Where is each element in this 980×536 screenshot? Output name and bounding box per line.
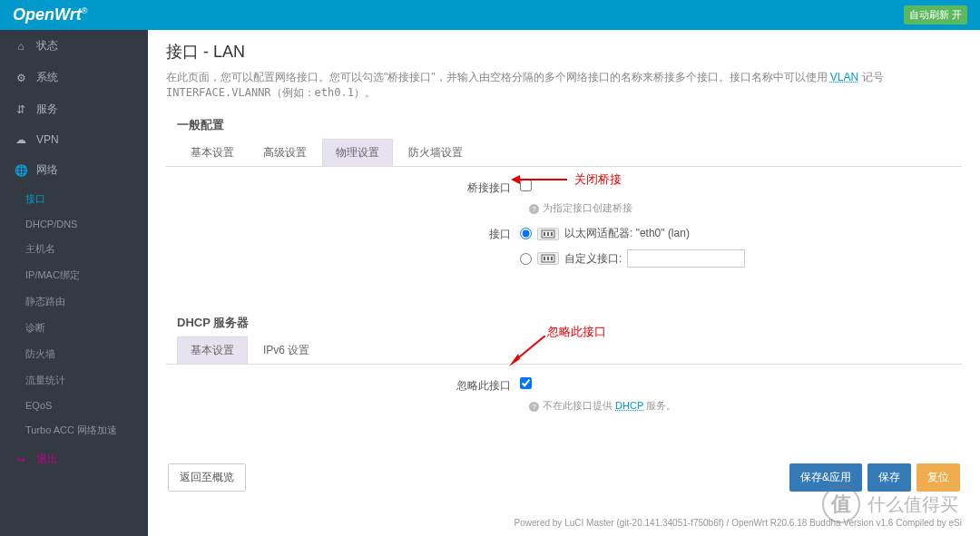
dhcp-title: DHCP 服务器 (177, 315, 962, 331)
custom-interface-input[interactable] (627, 249, 745, 268)
sidebar-item-vpn[interactable]: ☁VPN (0, 125, 148, 154)
page-description: 在此页面，您可以配置网络接口。您可以勾选"桥接接口"，并输入由空格分隔的多个网络… (166, 70, 962, 101)
sidebar-sub-firewall[interactable]: 防火墙 (0, 341, 148, 367)
sidebar-item-status[interactable]: ⌂状态 (0, 30, 148, 62)
sidebar-sub-staticroutes[interactable]: 静态路由 (0, 288, 148, 315)
physical-panel: 桥接接口 ?为指定接口创建桥接 接口 以太网适配器: "eth0" (lan) (166, 167, 962, 289)
interface-radio-custom[interactable] (520, 253, 532, 265)
bridge-label: 桥接接口 (177, 180, 520, 196)
sidebar-sub-traffic[interactable]: 流量统计 (0, 367, 148, 394)
sidebar-sub-diagnostics[interactable]: 诊断 (0, 315, 148, 341)
sidebar-item-services[interactable]: ⇵服务 (0, 93, 148, 125)
sidebar-sub-turboacc[interactable]: Turbo ACC 网络加速 (0, 417, 148, 443)
page-title: 接口 - LAN (166, 41, 962, 63)
svg-rect-7 (551, 257, 553, 260)
tab-dhcp-ipv6[interactable]: IPv6 设置 (250, 336, 323, 364)
interface-badge-custom (537, 252, 559, 265)
tab-dhcp-basic[interactable]: 基本设置 (177, 336, 248, 364)
ignore-label: 忽略此接口 (177, 377, 520, 394)
ethernet-icon (541, 253, 555, 264)
svg-rect-2 (547, 232, 549, 236)
dhcp-link[interactable]: DHCP (615, 400, 643, 411)
globe-icon: 🌐 (15, 164, 27, 177)
main-content: 接口 - LAN 在此页面，您可以配置网络接口。您可以勾选"桥接接口"，并输入由… (148, 30, 980, 536)
tab-physical[interactable]: 物理设置 (322, 139, 393, 166)
sidebar-item-network[interactable]: 🌐网络 (0, 154, 148, 186)
brand-logo: OpenWrt® (13, 5, 87, 24)
interface-badge-eth0 (537, 228, 559, 240)
bridge-help: ?为指定接口创建桥接 (529, 201, 951, 215)
watermark-text: 什么值得买 (867, 492, 958, 517)
autorefresh-toggle[interactable]: 自动刷新 开 (904, 5, 967, 24)
ethernet-icon (541, 229, 555, 239)
ignore-checkbox[interactable] (520, 377, 532, 389)
sidebar-item-system[interactable]: ⚙系统 (0, 62, 148, 93)
logout-icon: ↪ (15, 453, 27, 466)
svg-rect-3 (551, 232, 553, 236)
sidebar-sub-hostnames[interactable]: 主机名 (0, 236, 148, 262)
app-header: OpenWrt® 自动刷新 开 (0, 0, 980, 30)
sidebar-sub-interfaces[interactable]: 接口 (0, 186, 148, 212)
tab-advanced[interactable]: 高级设置 (250, 139, 320, 166)
cloud-icon: ☁ (15, 133, 27, 146)
sidebar-sub-eqos[interactable]: EQoS (0, 394, 148, 417)
back-button[interactable]: 返回至概览 (168, 463, 246, 492)
interface-label: 接口 (177, 226, 520, 242)
tab-firewall[interactable]: 防火墙设置 (395, 139, 476, 166)
gear-icon: ⚙ (15, 72, 27, 84)
ignore-help: ?不在此接口提供 DHCP 服务。 (529, 399, 951, 413)
sidebar-item-logout[interactable]: ↪退出 (0, 443, 148, 475)
watermark: 值 什么值得买 (822, 485, 958, 523)
svg-rect-1 (544, 232, 545, 236)
sidebar: ⌂状态 ⚙系统 ⇵服务 ☁VPN 🌐网络 接口 DHCP/DNS 主机名 IP/… (0, 30, 148, 536)
sidebar-sub-dhcpdns[interactable]: DHCP/DNS (0, 212, 148, 236)
general-config-title: 一般配置 (177, 117, 962, 133)
interface-radio-eth0[interactable] (520, 228, 532, 239)
sidebar-sub-ipmac[interactable]: IP/MAC绑定 (0, 262, 148, 288)
dhcp-tabs: 基本设置 IPv6 设置 (166, 336, 962, 365)
dhcp-panel: 忽略此接口 ?不在此接口提供 DHCP 服务。 (166, 365, 962, 440)
general-tabs: 基本设置 高级设置 物理设置 防火墙设置 (166, 139, 962, 167)
vlan-link[interactable]: VLAN (830, 71, 858, 83)
services-icon: ⇵ (15, 103, 27, 116)
tab-basic[interactable]: 基本设置 (177, 139, 248, 166)
bridge-checkbox[interactable] (520, 180, 532, 191)
home-icon: ⌂ (15, 40, 27, 53)
svg-rect-5 (544, 257, 545, 260)
svg-rect-6 (547, 257, 549, 260)
custom-interface-label: 自定义接口: (564, 251, 622, 267)
watermark-icon: 值 (822, 485, 860, 523)
interface-eth0-text: 以太网适配器: "eth0" (lan) (564, 226, 690, 241)
